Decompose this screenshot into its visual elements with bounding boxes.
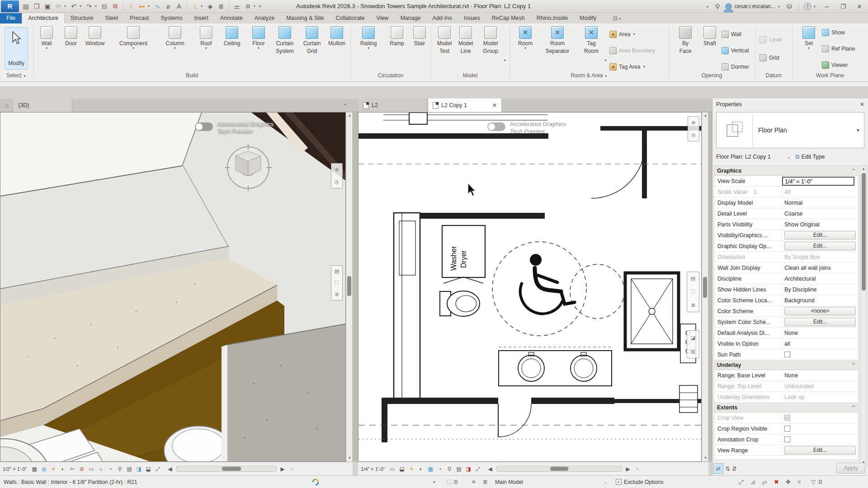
ribbon-state-icon[interactable]: ⊡ (613, 15, 618, 22)
graphic-display-edit-button[interactable]: Edit... (784, 242, 856, 250)
tool-icon[interactable]: ≣ (335, 291, 339, 297)
prop-row-show-hidden-lines[interactable]: Show Hidden LinesBy Discipline (714, 284, 858, 295)
visual-style-icon[interactable]: ◍ (39, 465, 49, 474)
tab-precast[interactable]: Precast (124, 13, 155, 23)
minimize-button[interactable]: ─ (820, 1, 834, 12)
user-caret-icon[interactable]: ▾ (778, 5, 782, 9)
tab-annotate[interactable]: Annotate (214, 13, 249, 23)
tab-massing-site[interactable]: Massing & Site (280, 13, 330, 23)
visibility-edit-button[interactable]: Edit... (784, 231, 856, 239)
area-boundary-button[interactable]: Area Boundary (609, 45, 655, 56)
thin-lines-icon[interactable]: ≣ (216, 1, 226, 11)
measure-caret-icon[interactable]: ▾ (148, 4, 151, 8)
active-design-option[interactable]: Main Model (495, 479, 523, 485)
undo-icon[interactable]: ↶ (69, 1, 79, 11)
tag-area-button[interactable]: Tag Area▼ (609, 61, 646, 72)
apply-button[interactable]: Apply (836, 463, 865, 474)
associate-parameter-icon[interactable]: ⇄ (713, 463, 723, 474)
search-icon[interactable]: ⚲ (712, 1, 722, 11)
select-pinned-icon[interactable]: ⥂ (762, 479, 767, 486)
shadows-icon[interactable]: ◐ (416, 465, 426, 474)
tool-icon[interactable]: ▤ (335, 268, 339, 274)
prop-row-view-range[interactable]: View RangeEdit... (714, 445, 858, 456)
tag-room-button[interactable]: TagRoom▼ (576, 26, 606, 54)
view-tab-3d[interactable]: {3D} (14, 99, 72, 112)
tab-steel[interactable]: Steel (99, 13, 124, 23)
tab-structure[interactable]: Structure (65, 13, 99, 23)
edit-type-button[interactable]: Edit Type (802, 154, 825, 160)
prop-row-graphic-display[interactable]: Graphic Display Op...Edit... (714, 241, 858, 252)
view-tab-l2[interactable]: L2 (359, 99, 427, 112)
temporary-hide-icon[interactable]: ▤ (454, 465, 464, 474)
close-view-tab-icon[interactable]: ✕ (492, 102, 497, 108)
sort-ascending-icon[interactable]: ⇅ (725, 465, 730, 472)
room-button[interactable]: Room▼ (510, 26, 540, 50)
color-scheme-button[interactable]: <none> (784, 307, 856, 315)
ribbon-options[interactable]: ⊡▾ (613, 15, 623, 23)
prop-row-color-scheme[interactable]: Color Scheme<none> (714, 306, 858, 317)
section-icon[interactable]: ◈ (205, 1, 215, 11)
scrollbar-horizontal[interactable] (176, 466, 277, 472)
drag-on-selection-icon[interactable]: ✥ (786, 479, 791, 485)
design-option-caret-icon[interactable]: ⌄ (604, 480, 607, 484)
resize-grip-icon[interactable]: ⁙ (288, 465, 297, 474)
detail-level-icon[interactable]: ▭ (388, 465, 397, 474)
accelerated-graphics-toggle[interactable]: Accelerated Graphics Tech Preview (195, 121, 274, 135)
vertical-opening-button[interactable]: Vertical (722, 45, 749, 56)
scale-control[interactable]: 1/2" = 1'-0" (0, 466, 30, 472)
tool-icon[interactable]: ◪ (691, 335, 695, 341)
redo-icon[interactable]: ↷ (84, 1, 94, 11)
type-selector-caret-icon[interactable]: ▼ (856, 128, 860, 133)
level-button[interactable]: Level (760, 34, 782, 45)
scroll-thumb[interactable] (222, 467, 241, 471)
toggle-pill[interactable] (195, 122, 213, 131)
wall-opening-button[interactable]: Wall (722, 29, 741, 40)
crop-view-icon[interactable]: ✄ (68, 465, 77, 474)
sun-path-icon[interactable]: ☀ (49, 465, 58, 474)
tab-add-ins[interactable]: Add-Ins (427, 13, 458, 23)
column-button[interactable]: Column▼ (160, 26, 190, 50)
edit-type-icon[interactable]: ⧉ (795, 153, 799, 160)
prop-row-visibility-graphics[interactable]: Visibility/Graphics ...Edit... (714, 230, 858, 241)
type-selector[interactable]: Floor Plan ▼ (716, 112, 864, 148)
qat-customize-icon[interactable]: ≂ (258, 4, 262, 9)
tab-view[interactable]: View (371, 13, 395, 23)
tab-file[interactable]: File (0, 13, 22, 23)
close-properties-icon[interactable]: ✕ (860, 101, 864, 108)
tab-issues[interactable]: Issues (458, 13, 486, 23)
dormer-button[interactable]: Dormer (722, 61, 749, 72)
displacement-icon[interactable]: ◨ (134, 465, 144, 474)
measure-icon[interactable]: ⊷ (137, 1, 147, 11)
prop-row-visible-in-option[interactable]: Visible In Optionall (714, 338, 858, 349)
shaft-button[interactable]: Shaft (695, 26, 725, 47)
model-line-icon[interactable]: ∿ (152, 1, 162, 11)
instance-selector[interactable]: Floor Plan: L2 Copy 1 (716, 154, 771, 160)
prop-row-range-base-level[interactable]: Range: Base LevelNone (714, 370, 858, 381)
scroll-thumb[interactable] (550, 467, 568, 471)
select-underlay-icon[interactable]: ⊿ (750, 479, 755, 485)
tile-caret-icon[interactable]: ▾ (254, 4, 257, 8)
sun-path-checkbox[interactable] (784, 352, 790, 357)
reveal-hidden-icon[interactable]: ⚲ (445, 465, 454, 474)
grid-button[interactable]: Grid (760, 52, 779, 63)
accelerated-graphics-toggle[interactable]: Accelerated Graphics Tech Preview (487, 121, 566, 135)
mullion-button[interactable]: Mullion (322, 26, 352, 47)
viewport-3d[interactable]: Accelerated Graphics Tech Preview ⊕◎ ▤⛶≣ (0, 112, 346, 462)
pan-left-icon[interactable]: ◀ (486, 465, 495, 474)
model-group-button[interactable]: ModelGroup▼ (476, 26, 505, 54)
user-name[interactable]: cesar.r.escalan... (735, 3, 775, 9)
sun-path-icon[interactable]: ☀ (407, 465, 416, 474)
scrollbar-vertical-left[interactable]: ▲ ▼ (346, 112, 353, 462)
undo-caret-icon[interactable]: ▾ (80, 4, 83, 8)
tile-views-icon[interactable]: ⧈ (243, 1, 253, 11)
default-3d-view-icon[interactable]: ⌂ (190, 1, 200, 11)
floating-tool-stack[interactable]: ◪▥ (687, 330, 699, 358)
panel-room-area[interactable]: Room & Area ▼ (509, 72, 669, 80)
shadows-icon[interactable]: ◐ (58, 465, 68, 474)
steering-wheel-icon[interactable]: ◎ (691, 132, 696, 138)
pan-left-icon[interactable]: ◀ (165, 465, 175, 474)
view-range-edit-button[interactable]: Edit... (784, 446, 856, 455)
section-graphics[interactable]: Graphics⌃ (714, 166, 858, 176)
ceiling-button[interactable]: Ceiling (217, 26, 247, 47)
worksharing-icon[interactable]: ⤢ (473, 465, 483, 474)
